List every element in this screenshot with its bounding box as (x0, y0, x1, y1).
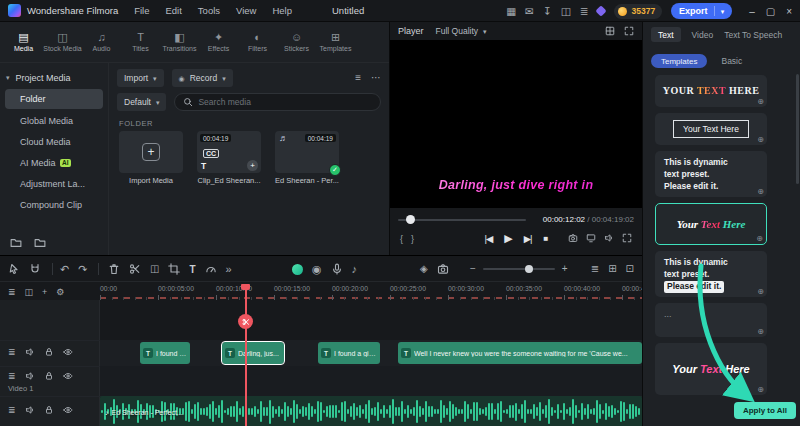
text-track-lane[interactable]: TI found a lov...TDarling, jus...TI foun… (100, 340, 642, 366)
media-tab-audio[interactable]: ♫Audio (82, 24, 121, 60)
media-tab-filters[interactable]: ◐Filters (238, 24, 277, 60)
text-clip[interactable]: TDarling, jus... (222, 342, 284, 364)
mark-out-icon[interactable]: } (411, 234, 414, 244)
subtab-templates[interactable]: Templates (651, 54, 707, 68)
new-folder-icon[interactable] (10, 237, 22, 249)
minimize-button[interactable]: – (749, 6, 755, 17)
record-dropdown[interactable]: ◉ Record ▾ (172, 69, 233, 87)
sort-order-dropdown[interactable]: Default ▾ (117, 93, 166, 111)
render-preview-icon[interactable]: ◉ (312, 264, 322, 275)
import-media-tile[interactable]: + (119, 131, 183, 173)
preset-apply-icon[interactable]: ⊕ (757, 385, 764, 394)
credits-badge[interactable]: 35377 (614, 4, 662, 19)
mute-track-icon[interactable] (25, 405, 35, 415)
preset-apply-icon[interactable]: ⊕ (757, 97, 764, 106)
detach-clip-icon[interactable]: ◫ (150, 264, 159, 274)
preset-apply-icon[interactable]: ⊕ (756, 234, 763, 243)
stop-button[interactable]: ■ (544, 235, 548, 243)
search-box[interactable] (174, 93, 381, 111)
playhead-line[interactable] (245, 284, 247, 426)
video-preview[interactable]: Darling, just dive right in (390, 40, 642, 208)
media-tab-transitions[interactable]: ◧Transitions (160, 24, 199, 60)
fullscreen-icon[interactable] (622, 233, 632, 243)
hide-track-icon[interactable] (63, 405, 73, 415)
more-tools-icon[interactable]: » (226, 264, 232, 275)
track-list-icon[interactable]: ≣ (591, 264, 599, 274)
media-tab-templates[interactable]: ⊞Templates (316, 24, 355, 60)
sidebar-item-cloud-media[interactable]: Cloud Media (0, 131, 108, 152)
mute-track-icon[interactable] (25, 371, 35, 381)
smart-tool-icon[interactable] (292, 264, 303, 275)
menu-tools[interactable]: Tools (198, 5, 220, 16)
tab-video[interactable]: Video (692, 30, 714, 40)
voiceover-mic-icon[interactable] (331, 263, 343, 275)
pointer-tool-icon[interactable] (8, 263, 20, 275)
menu-view[interactable]: View (236, 5, 256, 16)
detach-window-icon[interactable] (624, 26, 634, 36)
scrub-handle[interactable] (406, 215, 415, 224)
sort-icon[interactable]: ≡ (355, 73, 361, 83)
tab-text[interactable]: Text (651, 27, 681, 42)
maximize-button[interactable]: ▢ (766, 6, 775, 17)
workspace-layout-icon[interactable]: ▦ (506, 6, 516, 17)
playhead-split-button[interactable] (238, 314, 253, 329)
play-button[interactable]: ▶ (504, 233, 511, 244)
zoom-knob[interactable] (525, 265, 533, 273)
safe-area-grid-icon[interactable] (605, 26, 615, 36)
screen-snapshot-icon[interactable] (437, 263, 449, 275)
redo-icon[interactable]: ↷ (78, 264, 87, 275)
download-icon[interactable]: ↧ (543, 6, 552, 17)
folder-icon[interactable] (34, 237, 46, 249)
preset-apply-icon[interactable]: ⊕ (757, 187, 764, 196)
zoom-slider[interactable] (483, 268, 555, 270)
lock-track-icon[interactable] (44, 405, 54, 415)
subtab-basic[interactable]: Basic (721, 56, 742, 66)
lock-track-icon[interactable] (44, 347, 54, 357)
marker-icon[interactable]: ◈ (420, 264, 428, 274)
audio-clip[interactable]: ♪ Ed Sheeran - Perfect... (100, 396, 642, 426)
delete-icon[interactable] (108, 263, 120, 275)
shortcut-list-icon[interactable]: ≣ (580, 6, 589, 17)
add-to-timeline-icon[interactable]: + (247, 160, 258, 171)
menu-file[interactable]: File (134, 5, 149, 16)
export-button[interactable]: Export ▾ (671, 3, 732, 19)
preset-apply-icon[interactable]: ⊕ (757, 287, 764, 296)
text-preset-4-selected[interactable]: Your Text Here ⊕ (655, 203, 767, 245)
track-drag-icon[interactable]: ≣ (8, 406, 16, 415)
export-chevron-icon[interactable]: ▾ (721, 8, 725, 15)
media-tab-stock-media[interactable]: ◫Stock Media (43, 24, 82, 60)
tab-text-to-speech[interactable]: Text To Speech (724, 30, 782, 40)
apply-to-all-button[interactable]: Apply to All (734, 402, 796, 419)
hide-track-icon[interactable] (63, 371, 73, 381)
panel-toggle-icon[interactable]: ◫ (561, 6, 571, 17)
close-button[interactable]: × (786, 6, 792, 17)
sidebar-item-ai-media[interactable]: AI MediaAI (0, 152, 108, 173)
volume-icon[interactable] (604, 233, 614, 243)
timeline-ruler[interactable]: 00:0000:00:05:0000:00:10:0000:00:15:0000… (0, 284, 642, 300)
track-drag-icon[interactable]: ≣ (8, 372, 16, 381)
import-dropdown[interactable]: Import ▾ (117, 69, 164, 87)
menu-edit[interactable]: Edit (165, 5, 181, 16)
more-options-icon[interactable]: ⋯ (371, 73, 381, 83)
speed-icon[interactable] (205, 263, 217, 275)
mark-in-icon[interactable]: { (400, 234, 403, 244)
hide-track-icon[interactable] (63, 347, 73, 357)
membership-diamond-icon[interactable] (596, 5, 607, 16)
crop-icon[interactable] (168, 263, 180, 275)
feedback-icon[interactable]: ✉ (525, 6, 534, 17)
snapshot-camera-icon[interactable] (568, 233, 578, 243)
text-preset-5[interactable]: This is dynamic text preset. Please edit… (655, 251, 767, 297)
media-tab-media[interactable]: ▤Media (4, 24, 43, 60)
next-frame-button[interactable]: ▶| (524, 234, 532, 244)
display-mode-icon[interactable] (586, 233, 596, 243)
video-track-lane[interactable] (100, 366, 642, 396)
previous-frame-button[interactable]: |◀ (485, 234, 493, 244)
audio-clip-tile[interactable]: ♬ 00:04:19 ✓ (275, 131, 339, 173)
zoom-in-icon[interactable]: + (562, 264, 568, 274)
text-clip[interactable]: TI found a girl b... (318, 342, 380, 364)
sidebar-item-compound-clip[interactable]: Compound Clip (0, 194, 108, 215)
snap-magnet-icon[interactable] (29, 263, 41, 275)
search-input[interactable] (198, 97, 372, 107)
undo-icon[interactable]: ↶ (60, 264, 69, 275)
media-tab-stickers[interactable]: ☺Stickers (277, 24, 316, 60)
